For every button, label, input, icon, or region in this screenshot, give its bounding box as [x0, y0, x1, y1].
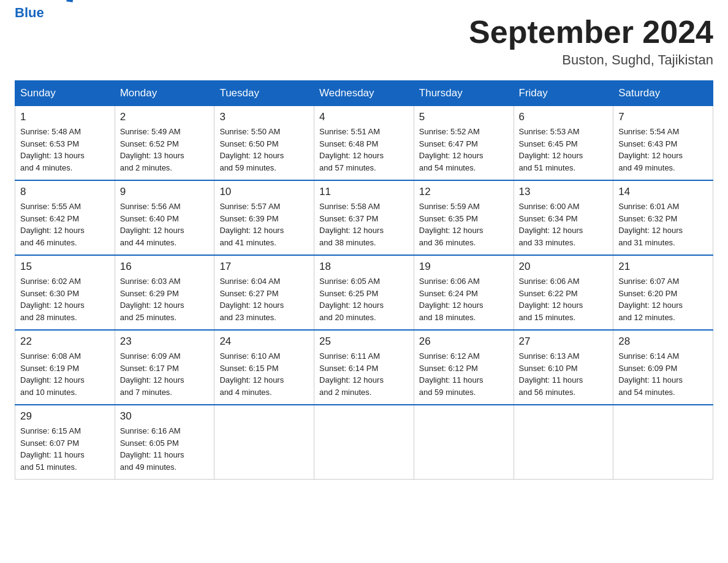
day-info: Sunrise: 5:51 AMSunset: 6:48 PMDaylight:… — [319, 126, 409, 174]
day-number: 3 — [219, 111, 309, 123]
day-number: 6 — [519, 111, 609, 123]
day-number: 18 — [319, 261, 409, 273]
calendar-day-cell: 19 Sunrise: 6:06 AMSunset: 6:24 PMDaylig… — [414, 255, 514, 330]
col-tuesday: Tuesday — [214, 81, 314, 106]
day-info: Sunrise: 6:09 AMSunset: 6:17 PMDaylight:… — [120, 350, 210, 398]
calendar-week-row: 15 Sunrise: 6:02 AMSunset: 6:30 PMDaylig… — [15, 255, 713, 330]
day-info: Sunrise: 6:10 AMSunset: 6:15 PMDaylight:… — [219, 350, 309, 398]
day-info: Sunrise: 6:15 AMSunset: 6:07 PMDaylight:… — [20, 425, 110, 473]
day-number: 21 — [618, 261, 708, 273]
calendar-day-cell: 7 Sunrise: 5:54 AMSunset: 6:43 PMDayligh… — [613, 106, 713, 181]
calendar-day-cell: 11 Sunrise: 5:58 AMSunset: 6:37 PMDaylig… — [314, 180, 414, 255]
col-sunday: Sunday — [15, 81, 115, 106]
day-number: 9 — [120, 186, 210, 198]
calendar-day-cell: 22 Sunrise: 6:08 AMSunset: 6:19 PMDaylig… — [15, 330, 115, 405]
month-title: September 2024 — [469, 15, 713, 50]
calendar-day-cell: 6 Sunrise: 5:53 AMSunset: 6:45 PMDayligh… — [514, 106, 613, 181]
calendar-day-cell: 28 Sunrise: 6:14 AMSunset: 6:09 PMDaylig… — [613, 330, 713, 405]
col-wednesday: Wednesday — [314, 81, 414, 106]
day-number: 13 — [519, 186, 609, 198]
day-info: Sunrise: 6:04 AMSunset: 6:27 PMDaylight:… — [219, 275, 309, 323]
day-info: Sunrise: 6:13 AMSunset: 6:10 PMDaylight:… — [519, 350, 609, 398]
calendar-day-cell: 27 Sunrise: 6:13 AMSunset: 6:10 PMDaylig… — [514, 330, 613, 405]
day-number: 16 — [120, 261, 210, 273]
calendar-day-cell: 17 Sunrise: 6:04 AMSunset: 6:27 PMDaylig… — [214, 255, 314, 330]
day-info: Sunrise: 6:07 AMSunset: 6:20 PMDaylight:… — [618, 275, 708, 323]
logo-general-part: General — [15, 0, 65, 4]
day-info: Sunrise: 6:11 AMSunset: 6:14 PMDaylight:… — [319, 350, 409, 398]
day-number: 29 — [20, 410, 110, 423]
page-header: General General General Blue September 2… — [15, 15, 713, 68]
day-number: 4 — [319, 111, 409, 123]
day-info: Sunrise: 5:59 AMSunset: 6:35 PMDaylight:… — [419, 201, 509, 248]
day-info: Sunrise: 5:57 AMSunset: 6:39 PMDaylight:… — [219, 201, 309, 248]
day-number: 19 — [419, 261, 509, 273]
day-info: Sunrise: 6:06 AMSunset: 6:22 PMDaylight:… — [519, 275, 609, 323]
day-number: 10 — [219, 186, 309, 198]
day-info: Sunrise: 6:05 AMSunset: 6:25 PMDaylight:… — [319, 275, 409, 323]
day-number: 2 — [120, 111, 210, 123]
day-info: Sunrise: 6:08 AMSunset: 6:19 PMDaylight:… — [20, 350, 110, 398]
calendar-day-cell: 12 Sunrise: 5:59 AMSunset: 6:35 PMDaylig… — [414, 180, 514, 255]
calendar-day-cell: 3 Sunrise: 5:50 AMSunset: 6:50 PMDayligh… — [214, 106, 314, 181]
calendar-day-cell: 21 Sunrise: 6:07 AMSunset: 6:20 PMDaylig… — [613, 255, 713, 330]
logo-blue-part: Blue — [15, 5, 44, 20]
calendar-day-cell — [514, 405, 613, 480]
calendar-week-row: 29 Sunrise: 6:15 AMSunset: 6:07 PMDaylig… — [15, 405, 713, 480]
day-info: Sunrise: 5:55 AMSunset: 6:42 PMDaylight:… — [20, 201, 110, 248]
calendar-week-row: 1 Sunrise: 5:48 AMSunset: 6:53 PMDayligh… — [15, 106, 713, 181]
title-block: September 2024 Buston, Sughd, Tajikistan — [469, 15, 713, 68]
day-number: 5 — [419, 111, 509, 123]
day-info: Sunrise: 5:56 AMSunset: 6:40 PMDaylight:… — [120, 201, 210, 248]
calendar-day-cell: 29 Sunrise: 6:15 AMSunset: 6:07 PMDaylig… — [15, 405, 115, 480]
day-number: 15 — [20, 261, 110, 273]
calendar-day-cell: 15 Sunrise: 6:02 AMSunset: 6:30 PMDaylig… — [15, 255, 115, 330]
calendar-day-cell: 8 Sunrise: 5:55 AMSunset: 6:42 PMDayligh… — [15, 180, 115, 255]
day-info: Sunrise: 6:01 AMSunset: 6:32 PMDaylight:… — [618, 201, 708, 248]
calendar-day-cell: 18 Sunrise: 6:05 AMSunset: 6:25 PMDaylig… — [314, 255, 414, 330]
day-info: Sunrise: 6:02 AMSunset: 6:30 PMDaylight:… — [20, 275, 110, 323]
day-info: Sunrise: 5:53 AMSunset: 6:45 PMDaylight:… — [519, 126, 609, 174]
calendar-day-cell — [314, 405, 414, 480]
day-info: Sunrise: 6:03 AMSunset: 6:29 PMDaylight:… — [120, 275, 210, 323]
day-number: 20 — [519, 261, 609, 273]
calendar-day-cell: 20 Sunrise: 6:06 AMSunset: 6:22 PMDaylig… — [514, 255, 613, 330]
day-info: Sunrise: 5:54 AMSunset: 6:43 PMDaylight:… — [618, 126, 708, 174]
day-number: 27 — [519, 335, 609, 348]
calendar-day-cell — [414, 405, 514, 480]
calendar-day-cell: 10 Sunrise: 5:57 AMSunset: 6:39 PMDaylig… — [214, 180, 314, 255]
day-number: 30 — [120, 410, 210, 423]
calendar-day-cell: 9 Sunrise: 5:56 AMSunset: 6:40 PMDayligh… — [115, 180, 214, 255]
day-number: 7 — [618, 111, 708, 123]
calendar-day-cell: 23 Sunrise: 6:09 AMSunset: 6:17 PMDaylig… — [115, 330, 214, 405]
calendar-day-cell: 14 Sunrise: 6:01 AMSunset: 6:32 PMDaylig… — [613, 180, 713, 255]
day-number: 11 — [319, 186, 409, 198]
calendar-day-cell: 13 Sunrise: 6:00 AMSunset: 6:34 PMDaylig… — [514, 180, 613, 255]
calendar-day-cell — [613, 405, 713, 480]
calendar-day-cell: 1 Sunrise: 5:48 AMSunset: 6:53 PMDayligh… — [15, 106, 115, 181]
col-thursday: Thursday — [414, 81, 514, 106]
calendar-day-cell: 25 Sunrise: 6:11 AMSunset: 6:14 PMDaylig… — [314, 330, 414, 405]
day-number: 14 — [618, 186, 708, 198]
calendar-week-row: 8 Sunrise: 5:55 AMSunset: 6:42 PMDayligh… — [15, 180, 713, 255]
calendar-day-cell: 4 Sunrise: 5:51 AMSunset: 6:48 PMDayligh… — [314, 106, 414, 181]
day-info: Sunrise: 6:06 AMSunset: 6:24 PMDaylight:… — [419, 275, 509, 323]
calendar-day-cell: 30 Sunrise: 6:16 AMSunset: 6:05 PMDaylig… — [115, 405, 214, 480]
day-number: 23 — [120, 335, 210, 348]
logo-arrow-icon — [66, 0, 75, 2]
day-info: Sunrise: 5:58 AMSunset: 6:37 PMDaylight:… — [319, 201, 409, 248]
day-number: 8 — [20, 186, 110, 198]
day-number: 25 — [319, 335, 409, 348]
day-info: Sunrise: 6:00 AMSunset: 6:34 PMDaylight:… — [519, 201, 609, 248]
calendar-day-cell: 24 Sunrise: 6:10 AMSunset: 6:15 PMDaylig… — [214, 330, 314, 405]
col-saturday: Saturday — [613, 81, 713, 106]
day-info: Sunrise: 6:12 AMSunset: 6:12 PMDaylight:… — [419, 350, 509, 398]
day-info: Sunrise: 6:14 AMSunset: 6:09 PMDaylight:… — [618, 350, 708, 398]
calendar-day-cell: 16 Sunrise: 6:03 AMSunset: 6:29 PMDaylig… — [115, 255, 214, 330]
calendar-day-cell: 26 Sunrise: 6:12 AMSunset: 6:12 PMDaylig… — [414, 330, 514, 405]
day-number: 17 — [219, 261, 309, 273]
day-number: 12 — [419, 186, 509, 198]
calendar-table: Sunday Monday Tuesday Wednesday Thursday… — [15, 80, 713, 480]
day-info: Sunrise: 6:16 AMSunset: 6:05 PMDaylight:… — [120, 425, 210, 473]
day-number: 1 — [20, 111, 110, 123]
